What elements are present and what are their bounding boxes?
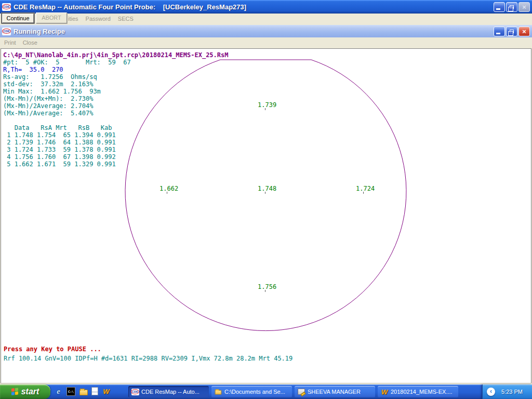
close-icon: × (522, 4, 526, 10)
system-tray: ‹ 5:23 PM (482, 384, 532, 399)
windows-flag-icon (11, 388, 19, 395)
taskbar: start eC:\W CDECDE ResMap -- Auto...C:\D… (0, 384, 532, 399)
taskbar-buttons: CDECDE ResMap -- Auto...C:\Documents and… (128, 386, 458, 397)
quicklaunch-winamp-icon[interactable]: W (102, 387, 111, 396)
table-row: 3 1.724 1.733 59 1.378 0.991 (3, 146, 228, 153)
recipe-window-title: Running Recipe (14, 28, 494, 35)
quick-launch-bar: eC:\W (54, 387, 111, 396)
main-minimize-button[interactable] (494, 2, 505, 12)
wafer-point-bottom: 1.756 (258, 284, 276, 290)
info-line: (Mx-Mn)/2Average: 2.704% (3, 102, 228, 110)
table-header-row: Data RsA Mrt RsB Kab (3, 124, 228, 131)
taskbar-button-3[interactable]: SHEEVA MANAGER (295, 386, 375, 397)
restore-icon (510, 5, 514, 9)
data-table: Data RsA Mrt RsB Kab 1 1.748 1.754 65 1.… (3, 124, 228, 168)
cde-recipe-icon: CDE (2, 28, 11, 35)
desktop: { "colors": { "path_text": "#800080", "i… (0, 0, 532, 399)
main-window-titlebar: CDE CDE ResMap -- Automatic Four Point P… (0, 0, 532, 14)
table-row: 5 1.662 1.671 59 1.329 0.991 (3, 161, 228, 168)
start-button[interactable]: start (0, 384, 50, 399)
menu-item-print[interactable]: Print (4, 39, 16, 46)
tray-clock: 5:23 PM (501, 389, 523, 395)
pause-status-line: Press any Key to PAUSE ... (4, 345, 101, 353)
info-line: #pt: 5 #OK: 5 Mrt: 59 67 (3, 59, 228, 66)
start-label: start (21, 387, 39, 396)
measurement-report: C:\4p_NT\Nanolab_4in.prj\4in_5pt.rcp\201… (3, 51, 228, 168)
cde-app-icon: CDE (2, 3, 11, 11)
wafer-tick-bottom (265, 290, 265, 292)
recipe-close-button[interactable]: × (518, 26, 530, 36)
info-line: (Mx-Mn)/(Mx+Mn): 2.730% (3, 95, 228, 102)
wafer-tick-left (167, 192, 167, 194)
recipe-window-titlebar: CDE Running Recipe × (0, 25, 532, 37)
info-lines: #pt: 5 #OK: 5 Mrt: 59 67R,Th= 35.0 270Rs… (3, 59, 228, 117)
main-restore-button[interactable] (506, 2, 517, 12)
info-line: Min Max: 1.662 1.756 93m (3, 88, 228, 95)
recipe-minimize-button[interactable] (494, 26, 505, 36)
close-icon: × (522, 28, 526, 35)
menu-item-ities[interactable]: ities (68, 16, 78, 22)
winamp-icon: W (380, 388, 389, 395)
taskbar-button-4[interactable]: W20180214_MEMS-EX.... (378, 386, 458, 397)
continue-button[interactable]: Continue (2, 13, 34, 23)
abort-button[interactable]: ABORT (36, 12, 67, 23)
table-row: 4 1.756 1.760 67 1.398 0.992 (3, 153, 228, 161)
main-menubar: Continue ABORT itiesPasswordSECS (0, 14, 532, 25)
recipe-file-path: C:\4p_NT\Nanolab_4in.prj\4in_5pt.rcp\201… (3, 51, 228, 59)
app-icon (297, 388, 305, 395)
taskbar-button-1[interactable]: CDECDE ResMap -- Auto... (128, 386, 209, 397)
minimize-icon (496, 33, 500, 34)
wafer-point-left: 1.662 (159, 185, 178, 192)
main-menu-items: itiesPasswordSECS (68, 16, 134, 22)
probe-status-line: Rrf 100.14 GnV=100 IDPf=H #d=1631 RI=298… (4, 355, 292, 362)
main-close-button: × (518, 2, 530, 12)
quicklaunch-folder-icon[interactable] (79, 387, 88, 396)
taskbar-button-2[interactable]: C:\Documents and Se... (211, 386, 292, 397)
wafer-point-right: 1.724 (356, 185, 375, 192)
quicklaunch-cmd-icon[interactable]: C:\ (66, 387, 75, 396)
wafer-tick-top (265, 108, 265, 110)
folder-icon (215, 389, 222, 394)
menu-item-secs[interactable]: SECS (118, 16, 134, 22)
info-line: (Mx-Mn)/Average: 5.407% (3, 110, 228, 117)
menu-item-close[interactable]: Close (23, 39, 37, 46)
wafer-tick-center (265, 192, 265, 194)
recipe-content-area: C:\4p_NT\Nanolab_4in.prj\4in_5pt.rcp\201… (1, 48, 531, 383)
table-row: 2 1.739 1.746 64 1.388 0.991 (3, 139, 228, 146)
table-row: 1 1.748 1.754 65 1.394 0.991 (3, 131, 228, 139)
quicklaunch-ie-icon[interactable]: e (54, 387, 63, 396)
tray-chevron-icon[interactable]: ‹ (487, 388, 495, 396)
restore-icon (510, 30, 514, 33)
info-line: std-dev: 37.32m 2.163% (3, 81, 228, 88)
wafer-point-top: 1.739 (258, 102, 276, 108)
wafer-point-center: 1.748 (258, 185, 276, 192)
wafer-tick-right (363, 192, 364, 194)
quicklaunch-notepad-icon[interactable] (91, 387, 98, 396)
menu-item-password[interactable]: Password (86, 16, 111, 22)
blank-line (3, 117, 228, 124)
recipe-restore-button[interactable] (506, 26, 517, 36)
info-line: Rs-avg: 1.7256 Ohms/sq (3, 73, 228, 81)
minimize-icon (496, 8, 500, 10)
cde-icon: CDE (131, 388, 139, 395)
info-line: R,Th= 35.0 270 (3, 66, 228, 73)
main-window-title: CDE ResMap -- Automatic Four Point Probe… (14, 3, 494, 11)
recipe-menubar: PrintClose (0, 37, 532, 48)
recipe-menu-items: PrintClose (4, 39, 37, 46)
